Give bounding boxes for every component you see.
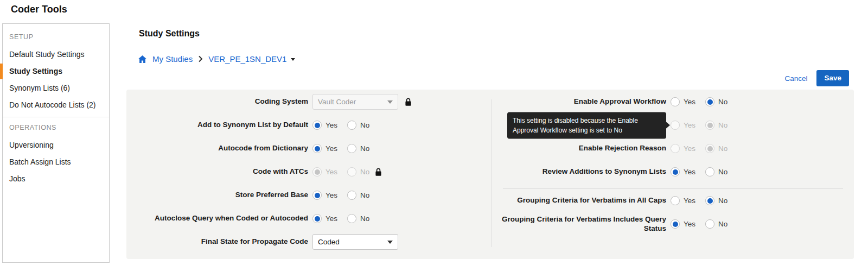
autocode-from-dictionary-yes-radio[interactable]: Yes <box>312 144 337 153</box>
enable-approval-workflow-no-radio[interactable]: No <box>705 97 727 106</box>
radio-option-label: Yes <box>326 121 337 129</box>
setting-row-autoclose-query-when-coded-or-autocoded: Autoclose Query when Coded or AutocodedY… <box>126 207 484 230</box>
setting-row-grouping-criteria-for-verbatims-in-all-caps: Grouping Criteria for Verbatims in All C… <box>492 189 851 212</box>
disabled-approval-setting-yes-radio: Yes <box>671 121 695 130</box>
radio-selected-icon <box>671 219 680 229</box>
setting-label-autocode-from-dictionary: Autocode from Dictionary <box>126 144 308 153</box>
setting-label-add-to-synonym-list-by-default: Add to Synonym List by Default <box>126 121 308 129</box>
setting-control-autocode-from-dictionary: YesNo <box>312 144 369 153</box>
app-title: Coder Tools <box>11 4 67 15</box>
autoclose-query-when-coded-or-autocoded-yes-radio[interactable]: Yes <box>312 214 337 223</box>
radio-unselected-icon <box>671 196 680 205</box>
setting-control-disabled-approval-setting: YesNo <box>671 121 727 130</box>
add-to-synonym-list-by-default-no-radio[interactable]: No <box>347 121 369 130</box>
code-with-atcs-yes-radio: Yes <box>312 167 337 176</box>
store-preferred-base-yes-radio[interactable]: Yes <box>312 191 337 200</box>
sidebar-section-divider <box>3 117 109 117</box>
radio-option-label: No <box>718 121 727 129</box>
radio-unselected-icon <box>671 97 680 106</box>
radio-option-label: Yes <box>684 197 695 205</box>
add-to-synonym-list-by-default-yes-radio[interactable]: Yes <box>312 121 337 130</box>
setting-row-code-with-atcs: Code with ATCsYesNo <box>126 160 484 184</box>
radio-option-label: No <box>718 144 727 153</box>
radio-option-label: Yes <box>326 144 337 153</box>
radio-selected-icon <box>705 97 714 106</box>
sidebar-item-study-settings[interactable]: Study Settings <box>3 63 109 80</box>
radio-unselected-icon <box>347 121 356 130</box>
grouping-criteria-for-verbatims-includes-query-status-no-radio[interactable]: No <box>705 219 727 229</box>
save-button[interactable]: Save <box>816 70 849 86</box>
setting-row-final-state-for-propagate-code: Final State for Propagate CodeCoded <box>126 230 484 254</box>
sidebar-item-do-not-autocode-lists-2[interactable]: Do Not Autocode Lists (2) <box>3 97 109 113</box>
radio-option-label: Yes <box>684 220 695 228</box>
radio-selected-icon <box>705 121 714 130</box>
radio-unselected-icon <box>705 167 714 176</box>
breadcrumb: My Studies VER_PE_1SN_DEV1 <box>138 54 295 64</box>
radio-option-label: No <box>718 98 727 106</box>
radio-unselected-icon <box>671 121 680 130</box>
final-state-for-propagate-code-select-value: Coded <box>318 238 340 246</box>
setting-row-store-preferred-base: Store Preferred BaseYesNo <box>126 184 484 207</box>
settings-panel: Coding SystemVault CoderAdd to Synonym L… <box>126 90 854 259</box>
grouping-criteria-for-verbatims-includes-query-status-yes-radio[interactable]: Yes <box>671 219 695 229</box>
enable-rejection-reason-no-radio: No <box>705 144 727 153</box>
cancel-button[interactable]: Cancel <box>784 74 807 83</box>
radio-selected-icon <box>671 167 680 176</box>
setting-control-store-preferred-base: YesNo <box>312 191 369 200</box>
setting-label-store-preferred-base: Store Preferred Base <box>126 191 308 199</box>
setting-control-grouping-criteria-for-verbatims-includes-query-status: YesNo <box>671 219 727 229</box>
radio-option-label: Yes <box>684 98 695 106</box>
radio-option-label: No <box>718 220 727 228</box>
radio-selected-icon <box>705 144 714 153</box>
grouping-criteria-for-verbatims-in-all-caps-yes-radio[interactable]: Yes <box>671 196 695 205</box>
sidebar-item-synonym-lists-6[interactable]: Synonym Lists (6) <box>3 80 109 97</box>
review-additions-to-synonym-lists-yes-radio[interactable]: Yes <box>671 167 695 176</box>
radio-unselected-icon <box>347 167 356 176</box>
coding-system-select-value: Vault Coder <box>318 98 356 106</box>
breadcrumb-my-studies[interactable]: My Studies <box>152 54 193 64</box>
autoclose-query-when-coded-or-autocoded-no-radio[interactable]: No <box>347 214 369 223</box>
chevron-down-icon <box>291 58 295 61</box>
setting-row-disabled-approval-setting: YesNoThis setting is disabled because th… <box>492 113 851 137</box>
radio-option-label: No <box>718 197 727 205</box>
page-actions: Cancel Save <box>784 70 849 86</box>
sidebar-item-upversioning[interactable]: Upversioning <box>3 137 109 154</box>
sidebar-item-jobs[interactable]: Jobs <box>3 171 109 187</box>
setting-control-final-state-for-propagate-code: Coded <box>312 234 398 250</box>
radio-option-label: No <box>360 144 369 153</box>
setting-row-add-to-synonym-list-by-default: Add to Synonym List by DefaultYesNo <box>126 113 484 137</box>
breadcrumb-study-selector[interactable]: VER_PE_1SN_DEV1 <box>208 54 295 64</box>
radio-option-label: Yes <box>684 121 695 129</box>
setting-label-grouping-criteria-for-verbatims-includes-query-status: Grouping Criteria for Verbatims Includes… <box>492 215 666 232</box>
setting-row-coding-system: Coding SystemVault Coder <box>126 90 484 113</box>
setting-row-grouping-criteria-for-verbatims-includes-query-status: Grouping Criteria for Verbatims Includes… <box>492 212 851 236</box>
enable-approval-workflow-yes-radio[interactable]: Yes <box>671 97 695 106</box>
page-title: Study Settings <box>139 29 200 39</box>
setting-label-review-additions-to-synonym-lists: Review Additions to Synonym Lists <box>492 167 666 176</box>
sidebar: SETUPDefault Study SettingsStudy Setting… <box>2 23 110 263</box>
setting-control-enable-rejection-reason: YesNo <box>671 144 727 153</box>
radio-unselected-icon <box>347 214 356 223</box>
radio-selected-icon <box>312 167 322 176</box>
radio-selected-icon <box>312 121 322 130</box>
setting-label-autoclose-query-when-coded-or-autocoded: Autoclose Query when Coded or Autocoded <box>126 214 308 223</box>
sidebar-item-batch-assign-lists[interactable]: Batch Assign Lists <box>3 154 109 171</box>
code-with-atcs-no-radio: No <box>347 167 369 176</box>
autocode-from-dictionary-no-radio[interactable]: No <box>347 144 369 153</box>
sidebar-item-default-study-settings[interactable]: Default Study Settings <box>3 46 109 63</box>
radio-selected-icon <box>705 196 714 205</box>
final-state-for-propagate-code-select[interactable]: Coded <box>312 234 398 250</box>
radio-option-label: Yes <box>684 168 695 176</box>
settings-column-right: Enable Approval WorkflowYesNoYesNoThis s… <box>492 90 851 236</box>
grouping-criteria-for-verbatims-in-all-caps-no-radio[interactable]: No <box>705 196 727 205</box>
setting-control-enable-approval-workflow: YesNo <box>671 97 727 106</box>
setting-label-enable-rejection-reason: Enable Rejection Reason <box>492 144 666 153</box>
setting-label-coding-system: Coding System <box>126 97 308 106</box>
radio-unselected-icon <box>347 191 356 200</box>
setting-label-code-with-atcs: Code with ATCs <box>126 167 308 176</box>
review-additions-to-synonym-lists-no-radio[interactable]: No <box>705 167 727 176</box>
setting-label-grouping-criteria-for-verbatims-in-all-caps: Grouping Criteria for Verbatims in All C… <box>492 196 666 205</box>
chevron-down-icon <box>387 100 393 104</box>
coding-system-select: Vault Coder <box>312 94 398 110</box>
store-preferred-base-no-radio[interactable]: No <box>347 191 369 200</box>
